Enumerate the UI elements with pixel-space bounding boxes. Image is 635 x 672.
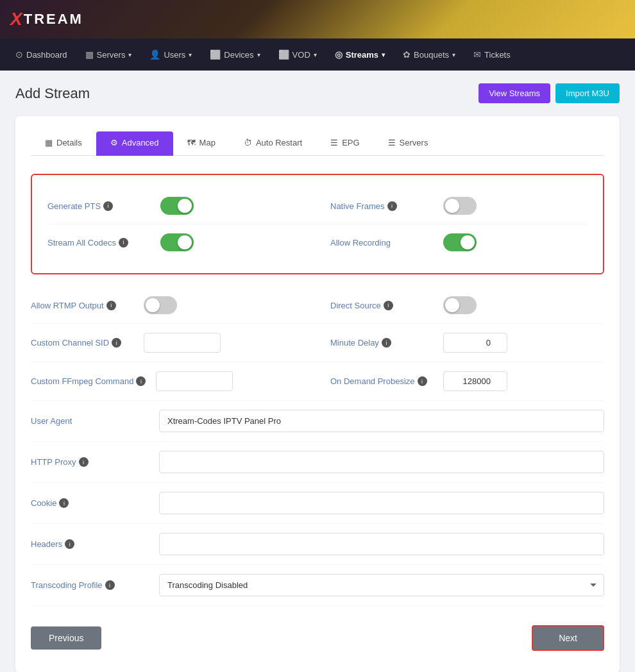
stream-all-codecs-group: Stream All Codecs i <box>47 233 305 251</box>
logo-text: TREAM <box>24 11 83 28</box>
allow-recording-group: Allow Recording <box>330 233 588 251</box>
page-header: Add Stream View Streams Import M3U <box>15 83 620 103</box>
tab-epg[interactable]: ☰ EPG <box>316 131 373 156</box>
minute-delay-input[interactable] <box>443 333 507 353</box>
bouquets-icon: ✿ <box>403 49 411 60</box>
tab-servers[interactable]: ☰ Servers <box>374 131 443 156</box>
allow-rtmp-info-icon[interactable]: i <box>106 301 116 310</box>
on-demand-probesize-group: On Demand Probesize i <box>330 371 604 391</box>
generate-pts-toggle[interactable] <box>160 197 194 215</box>
minute-delay-info-icon[interactable]: i <box>382 338 391 348</box>
view-streams-button[interactable]: View Streams <box>478 83 550 103</box>
logo: X TREAM <box>10 9 83 29</box>
native-frames-label: Native Frames i <box>330 201 433 211</box>
stream-all-codecs-slider <box>160 233 194 251</box>
stream-all-codecs-label: Stream All Codecs i <box>47 238 150 248</box>
custom-ffmpeg-input[interactable] <box>156 371 233 391</box>
on-demand-probesize-info-icon[interactable]: i <box>418 376 427 386</box>
nav-devices[interactable]: ⬜ Devices ▾ <box>202 44 267 65</box>
allow-rtmp-group: Allow RTMP Output i <box>31 296 305 314</box>
nav-users[interactable]: 👤 Users ▾ <box>142 44 199 65</box>
native-frames-slider <box>443 197 477 215</box>
details-tab-icon: ▦ <box>45 138 53 147</box>
nav-streams[interactable]: ◎ Streams ▾ <box>327 44 393 65</box>
cookie-info-icon[interactable]: i <box>59 498 69 508</box>
stream-all-codecs-row: Stream All Codecs i Allow Recording <box>47 224 588 260</box>
allow-rtmp-slider <box>144 296 177 314</box>
http-proxy-info-icon[interactable]: i <box>79 457 89 467</box>
nav-vod[interactable]: ⬜ VOD ▾ <box>271 44 325 65</box>
generate-pts-slider <box>160 197 194 215</box>
http-proxy-label: HTTP Proxy i <box>31 457 146 467</box>
on-demand-probesize-input[interactable] <box>443 371 507 391</box>
vod-icon: ⬜ <box>278 49 289 60</box>
ffmpeg-probesize-row: Custom FFmpeg Command i On Demand Probes… <box>31 362 604 401</box>
allow-recording-label: Allow Recording <box>330 238 433 248</box>
user-agent-row: User Agent <box>31 401 604 442</box>
headers-row: Headers i <box>31 524 604 565</box>
cookie-input[interactable] <box>159 492 604 514</box>
nav-servers[interactable]: ▦ Servers ▾ <box>78 44 140 65</box>
headers-input[interactable] <box>159 533 604 555</box>
user-agent-label: User Agent <box>31 416 146 426</box>
next-button[interactable]: Next <box>532 625 604 651</box>
tab-map[interactable]: 🗺 Map <box>173 131 230 156</box>
channel-sid-row: Custom Channel SID i Minute Delay i <box>31 324 604 362</box>
users-caret: ▾ <box>189 51 192 58</box>
vod-caret: ▾ <box>314 51 317 58</box>
generate-pts-row: Generate PTS i Native Frames i <box>47 188 588 224</box>
nav-bouquets[interactable]: ✿ Bouquets ▾ <box>395 44 463 65</box>
tab-details[interactable]: ▦ Details <box>31 131 96 156</box>
streams-caret: ▾ <box>382 51 385 58</box>
tab-auto-restart[interactable]: ⏱ Auto Restart <box>230 131 316 156</box>
direct-source-toggle[interactable] <box>443 296 477 314</box>
logo-x: X <box>10 9 22 29</box>
previous-button[interactable]: Previous <box>31 626 101 650</box>
custom-ffmpeg-label: Custom FFmpeg Command i <box>31 376 146 386</box>
direct-source-label: Direct Source i <box>330 301 433 310</box>
transcoding-profile-select[interactable]: Transcoding Disabled <box>159 574 604 596</box>
servers-icon: ▦ <box>85 49 94 60</box>
cookie-label: Cookie i <box>31 498 146 508</box>
bottom-nav: Previous Next <box>31 612 604 657</box>
highlighted-section: Generate PTS i Native Frames i <box>31 174 604 274</box>
custom-channel-sid-input[interactable] <box>144 333 221 353</box>
custom-ffmpeg-info-icon[interactable]: i <box>136 376 146 386</box>
nav-tickets[interactable]: ✉ Tickets <box>466 44 518 65</box>
tickets-icon: ✉ <box>473 49 481 60</box>
generate-pts-info-icon[interactable]: i <box>103 201 113 211</box>
cookie-row: Cookie i <box>31 483 604 524</box>
allow-rtmp-toggle[interactable] <box>144 296 177 314</box>
on-demand-probesize-label: On Demand Probesize i <box>330 376 433 386</box>
tab-advanced[interactable]: ⚙ Advanced <box>96 131 173 156</box>
devices-icon: ⬜ <box>210 49 221 60</box>
header-buttons: View Streams Import M3U <box>478 83 620 103</box>
dashboard-icon: ⊙ <box>15 49 23 60</box>
streams-icon: ◎ <box>335 49 343 60</box>
direct-source-group: Direct Source i <box>330 296 604 314</box>
users-icon: 👤 <box>149 49 160 60</box>
auto-restart-tab-icon: ⏱ <box>244 138 252 147</box>
import-m3u-button[interactable]: Import M3U <box>555 83 620 103</box>
allow-recording-toggle[interactable] <box>443 233 477 251</box>
custom-channel-sid-info-icon[interactable]: i <box>112 338 121 348</box>
nav-bar: ⊙ Dashboard ▦ Servers ▾ 👤 Users ▾ ⬜ Devi… <box>0 38 635 71</box>
bouquets-caret: ▾ <box>452 51 455 58</box>
page-title: Add Stream <box>15 85 90 102</box>
transcoding-profile-info-icon[interactable]: i <box>105 580 115 590</box>
native-frames-info-icon[interactable]: i <box>387 201 397 211</box>
native-frames-toggle[interactable] <box>443 197 477 215</box>
stream-all-codecs-toggle[interactable] <box>160 233 194 251</box>
http-proxy-input[interactable] <box>159 451 604 473</box>
generate-pts-label: Generate PTS i <box>47 201 150 211</box>
stream-all-codecs-info-icon[interactable]: i <box>119 238 128 248</box>
nav-dashboard[interactable]: ⊙ Dashboard <box>8 44 75 65</box>
headers-info-icon[interactable]: i <box>65 539 74 549</box>
epg-tab-icon: ☰ <box>330 138 338 147</box>
user-agent-input[interactable] <box>159 410 604 432</box>
direct-source-info-icon[interactable]: i <box>384 301 393 310</box>
devices-caret: ▾ <box>257 51 260 58</box>
custom-channel-sid-group: Custom Channel SID i <box>31 333 305 353</box>
headers-label: Headers i <box>31 539 146 549</box>
allow-recording-slider <box>443 233 477 251</box>
